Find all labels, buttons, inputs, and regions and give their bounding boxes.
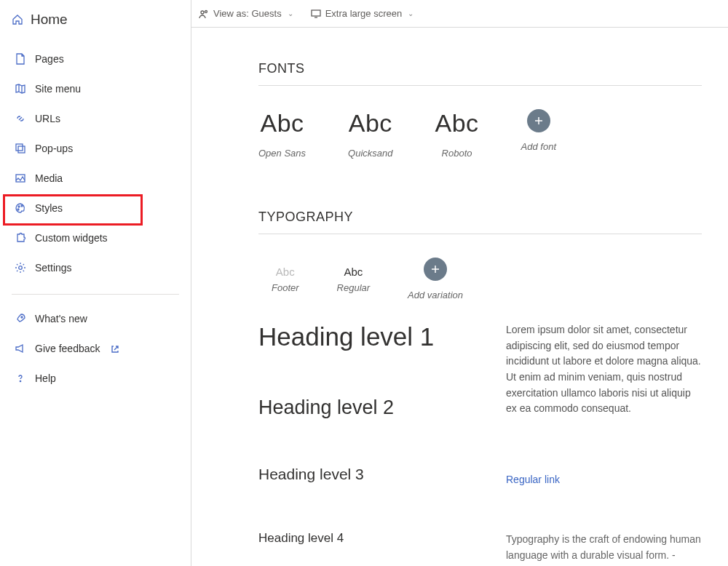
add-font-label: Add font — [521, 141, 556, 152]
font-sample: Abc — [258, 109, 306, 137]
sidebar-item-pages[interactable]: Pages — [10, 44, 181, 73]
megaphone-icon — [15, 343, 26, 354]
image-icon — [15, 172, 26, 184]
chevron-down-icon: ⌄ — [288, 9, 293, 17]
typography-section-title: TYPOGRAPHY — [258, 210, 702, 225]
svg-rect-0 — [16, 144, 23, 151]
home-icon — [12, 14, 23, 25]
add-variation-label: Add variation — [408, 290, 463, 300]
sidebar-item-site-menu[interactable]: Site menu — [10, 73, 181, 103]
typography-variations: Abc Footer Abc Regular Add variation — [272, 258, 702, 300]
quote-sample[interactable]: Typography is the craft of endowing huma… — [506, 532, 702, 566]
heading-3-sample[interactable]: Heading level 3 — [258, 466, 462, 483]
font-sample: Abc — [348, 109, 392, 137]
puzzle-icon — [15, 232, 26, 244]
variation-footer[interactable]: Abc Footer — [272, 266, 299, 293]
variation-sample: Abc — [337, 266, 371, 278]
sidebar-item-settings[interactable]: Settings — [10, 252, 181, 282]
svg-point-6 — [19, 266, 23, 269]
svg-point-5 — [17, 209, 19, 210]
rocket-icon — [15, 313, 26, 324]
sidebar-item-urls[interactable]: URLs — [10, 103, 181, 133]
file-icon — [15, 53, 26, 65]
typography-divider — [258, 234, 702, 234]
fonts-row: Abc Open Sans Abc Quicksand Abc Roboto A… — [258, 109, 702, 159]
headings-column: Heading level 1 Heading level 2 Heading … — [258, 322, 462, 566]
topbar: View as: Guests ⌄ Extra large screen ⌄ — [191, 0, 728, 28]
link-icon — [15, 113, 26, 124]
screen-size-label: Extra large screen — [325, 8, 403, 19]
font-tile-quicksand[interactable]: Abc Quicksand — [348, 109, 392, 159]
sidebar-label-styles: Styles — [35, 202, 63, 214]
font-name: Quicksand — [348, 148, 392, 159]
heading-4-sample[interactable]: Heading level 4 — [258, 531, 462, 546]
heading-1-sample[interactable]: Heading level 1 — [258, 322, 462, 351]
sidebar-item-whats-new[interactable]: What's new — [10, 303, 181, 333]
sidebar-item-media[interactable]: Media — [10, 163, 181, 193]
sidebar-label-pages: Pages — [35, 53, 64, 65]
sidebar-item-popups[interactable]: Pop-ups — [10, 133, 181, 163]
fonts-divider — [258, 85, 702, 86]
font-tile-roboto[interactable]: Abc Roboto — [435, 109, 478, 159]
heading-2-sample[interactable]: Heading level 2 — [258, 396, 462, 419]
typography-right-column: Lorem ipsum dolor sit amet, consectetur … — [506, 322, 702, 566]
palette-icon — [15, 202, 26, 214]
variation-regular[interactable]: Abc Regular — [337, 266, 371, 293]
sidebar-item-custom-widgets[interactable]: Custom widgets — [10, 223, 181, 252]
sidebar-item-help[interactable]: Help — [10, 363, 181, 393]
sidebar-divider — [12, 294, 179, 295]
sidebar-label-whats-new: What's new — [35, 313, 87, 324]
home-label: Home — [31, 12, 68, 28]
view-as-label: View as: Guests — [213, 8, 282, 19]
link-sample[interactable]: Regular link — [506, 472, 702, 488]
screen-size-dropdown[interactable]: Extra large screen ⌄ — [311, 8, 414, 19]
map-icon — [15, 83, 26, 95]
svg-rect-11 — [312, 10, 320, 16]
svg-point-8 — [20, 380, 20, 381]
sidebar-item-styles[interactable]: Styles — [10, 193, 181, 223]
sidebar-label-help: Help — [35, 372, 56, 384]
typography-body: Heading level 1 Heading level 2 Heading … — [258, 322, 702, 566]
body-text-sample[interactable]: Lorem ipsum dolor sit amet, consectetur … — [506, 322, 702, 417]
gear-icon — [15, 262, 26, 274]
add-variation-button[interactable] — [424, 258, 447, 281]
svg-point-3 — [18, 206, 20, 207]
chevron-down-icon: ⌄ — [408, 9, 414, 17]
sidebar-label-site-menu: Site menu — [35, 83, 81, 95]
svg-point-7 — [21, 316, 23, 318]
add-font-button[interactable] — [527, 109, 550, 132]
font-sample: Abc — [435, 109, 478, 137]
sidebar-nav: Pages Site menu URLs Pop-ups Media Style… — [10, 44, 181, 393]
content-area: FONTS Abc Open Sans Abc Quicksand Abc Ro… — [191, 28, 728, 566]
fonts-section-title: FONTS — [258, 61, 702, 76]
sidebar-label-popups: Pop-ups — [35, 143, 73, 154]
sidebar-item-feedback[interactable]: Give feedback — [10, 333, 181, 363]
svg-rect-1 — [18, 146, 25, 153]
svg-point-9 — [201, 11, 204, 14]
sidebar-label-custom-widgets: Custom widgets — [35, 232, 108, 244]
sidebar: Home Pages Site menu URLs Pop-ups Media — [0, 0, 191, 566]
font-name: Open Sans — [258, 148, 306, 159]
font-name: Roboto — [435, 148, 478, 159]
font-tile-open-sans[interactable]: Abc Open Sans — [258, 109, 306, 159]
svg-point-4 — [21, 205, 23, 207]
sidebar-label-urls: URLs — [35, 113, 60, 124]
svg-point-10 — [205, 10, 207, 12]
help-icon — [15, 372, 26, 384]
sidebar-home[interactable]: Home — [12, 12, 179, 28]
people-icon — [199, 9, 209, 19]
screen-icon — [311, 9, 321, 19]
add-font-tile: Add font — [521, 109, 556, 152]
variation-name: Footer — [272, 282, 299, 293]
sidebar-label-media: Media — [35, 172, 63, 184]
add-variation-tile: Add variation — [408, 258, 463, 300]
variation-name: Regular — [337, 282, 371, 293]
popups-icon — [15, 143, 26, 154]
sidebar-label-feedback: Give feedback — [35, 343, 100, 354]
view-as-dropdown[interactable]: View as: Guests ⌄ — [199, 8, 293, 19]
variation-sample: Abc — [272, 266, 299, 278]
sidebar-label-settings: Settings — [35, 262, 72, 274]
external-link-icon — [111, 344, 119, 353]
